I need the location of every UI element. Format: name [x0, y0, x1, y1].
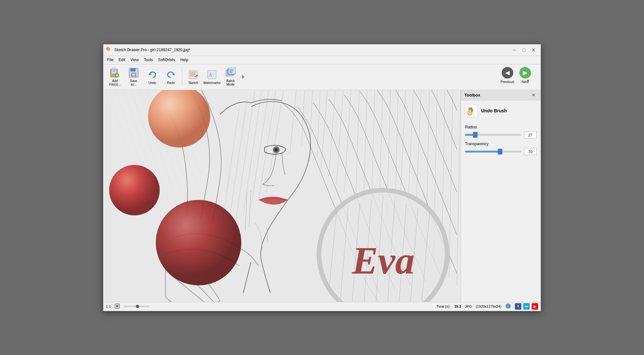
- redo-icon: [166, 70, 176, 80]
- transparency-slider-controls: 70: [465, 148, 537, 155]
- maximize-button[interactable]: □: [519, 46, 528, 54]
- svg-text:i: i: [507, 305, 508, 308]
- title-bar: 🎨 Sketch Drawer Pro - girl-2189247_1920.…: [103, 44, 541, 56]
- toolbox-close-button[interactable]: ✕: [530, 92, 537, 98]
- title-bar-controls: ─ □ ✕: [510, 46, 538, 54]
- transparency-slider-thumb[interactable]: [498, 149, 502, 154]
- radius-slider-track[interactable]: [465, 134, 521, 136]
- tool-header-row: Undo Brush: [465, 104, 537, 117]
- transparency-slider-track[interactable]: [465, 151, 521, 153]
- zoom-slider[interactable]: [124, 306, 149, 307]
- add-files-label: Add File(s)...: [109, 79, 121, 86]
- save-as-label: Save as...: [130, 79, 137, 86]
- svg-rect-10: [132, 73, 135, 76]
- radius-label: Radius: [465, 125, 537, 129]
- undo-label: Undo: [148, 81, 156, 85]
- redo-label: Redo: [167, 81, 175, 85]
- watermarks-button[interactable]: A Watermarks: [203, 66, 221, 88]
- undo-icon: [147, 70, 157, 80]
- tool-icon: [465, 104, 478, 117]
- transparency-slider-fill: [465, 151, 500, 153]
- previous-button[interactable]: ◀ Previous: [498, 66, 516, 85]
- radius-slider-thumb[interactable]: [473, 132, 478, 138]
- sketch-button[interactable]: Sketch: [184, 66, 202, 88]
- toolbox-header: Toolbox ✕: [461, 90, 541, 100]
- svg-point-84: [468, 111, 472, 115]
- batch-mode-button[interactable]: Batch Mode: [222, 66, 240, 88]
- undo-brush-icon: [467, 106, 476, 116]
- svg-rect-90: [116, 305, 118, 307]
- radius-slider-row: Radius 27: [465, 125, 537, 138]
- youtube-icon[interactable]: ▶: [532, 303, 538, 310]
- menu-view[interactable]: View: [128, 57, 141, 63]
- app-icon: 🎨: [106, 47, 112, 53]
- svg-text:Eva: Eva: [352, 239, 414, 282]
- window-title: Sketch Drawer Pro - girl-2189247_1920.jp…: [114, 48, 510, 52]
- save-as-button[interactable]: Save as...: [125, 66, 143, 88]
- menu-bar: File Edit View Tools SoftOrbits Help: [103, 56, 541, 64]
- toolbox-content: Undo Brush Radius 27: [461, 100, 541, 159]
- watermarks-label: Watermarks: [203, 81, 221, 85]
- social-icons: f tw ▶: [515, 303, 538, 310]
- toolbar-group-main: Add File(s)... Save as...: [106, 66, 247, 88]
- slider-section: Radius 27 Transparency: [465, 125, 537, 155]
- sketch-image: Eva: [103, 90, 461, 302]
- more-options-button[interactable]: [240, 66, 247, 88]
- nav-group: ◀ Previous ▶ Next ▼: [498, 66, 533, 85]
- radius-slider-controls: 27: [465, 131, 537, 138]
- previous-arrow-icon: ◀: [502, 67, 513, 79]
- undo-button[interactable]: Undo: [143, 66, 161, 88]
- canvas-area[interactable]: Eva: [103, 90, 461, 302]
- toolbox-panel: Toolbox ✕ Undo Brush: [461, 90, 541, 302]
- facebook-icon[interactable]: f: [515, 303, 521, 310]
- menu-help[interactable]: Help: [178, 57, 191, 63]
- svg-point-67: [156, 200, 241, 285]
- svg-text:A: A: [209, 73, 212, 78]
- add-files-icon: [110, 68, 120, 78]
- toolbox-title: Toolbox: [464, 93, 480, 98]
- save-as-icon: [128, 68, 139, 78]
- previous-label: Previous: [500, 80, 514, 84]
- transparency-label: Transparency: [465, 142, 537, 146]
- tool-name-label: Undo Brush: [481, 108, 507, 113]
- transparency-slider-row: Transparency 70: [465, 142, 537, 155]
- twitter-icon[interactable]: tw: [523, 303, 530, 310]
- svg-point-55: [275, 148, 278, 151]
- time-label: Time (s):: [437, 304, 450, 308]
- svg-rect-8: [130, 68, 136, 71]
- batch-mode-icon: [225, 68, 236, 78]
- info-icon: i: [505, 303, 511, 310]
- main-content: Eva: [103, 90, 541, 302]
- menu-softorbits[interactable]: SoftOrbits: [156, 57, 178, 63]
- app-window: 🎨 Sketch Drawer Pro - girl-2189247_1920.…: [103, 44, 541, 311]
- status-bar: 1:1 Time (s): 19.3 JPG (1920x1279x24) i …: [103, 302, 541, 311]
- zoom-ratio: 1:1: [106, 304, 111, 308]
- close-button[interactable]: ✕: [529, 46, 538, 54]
- toolbar-separator-1: [182, 68, 182, 86]
- radius-value[interactable]: 27: [524, 131, 537, 138]
- zoom-slider-thumb[interactable]: [136, 305, 139, 308]
- nav-dropdown-icon: ▼: [526, 79, 530, 82]
- svg-rect-1: [112, 68, 116, 74]
- svg-rect-22: [229, 68, 236, 74]
- minimize-button[interactable]: ─: [510, 46, 519, 54]
- menu-file[interactable]: File: [105, 57, 116, 63]
- zoom-icon-fit[interactable]: [115, 304, 120, 309]
- format-label: JPG: [465, 304, 472, 308]
- zoom-level-display: 1:1: [106, 304, 111, 308]
- add-files-button[interactable]: Add File(s)...: [106, 66, 124, 88]
- redo-button[interactable]: Redo: [162, 66, 180, 88]
- menu-tools[interactable]: Tools: [141, 57, 156, 63]
- next-arrow-icon: ▶: [519, 67, 531, 79]
- watermarks-icon: A: [207, 70, 217, 80]
- menu-edit[interactable]: Edit: [116, 57, 128, 63]
- time-value: 19.3: [454, 304, 461, 308]
- transparency-value[interactable]: 70: [524, 148, 537, 155]
- svg-marker-23: [242, 75, 245, 79]
- dimensions-label: (1920x1279x24): [476, 304, 501, 308]
- svg-point-66: [109, 165, 160, 215]
- next-button[interactable]: ▶ Next: [517, 66, 533, 85]
- toolbar: Add File(s)... Save as...: [103, 64, 541, 90]
- sketch-icon: [188, 70, 198, 80]
- batch-mode-label: Batch Mode: [226, 79, 235, 86]
